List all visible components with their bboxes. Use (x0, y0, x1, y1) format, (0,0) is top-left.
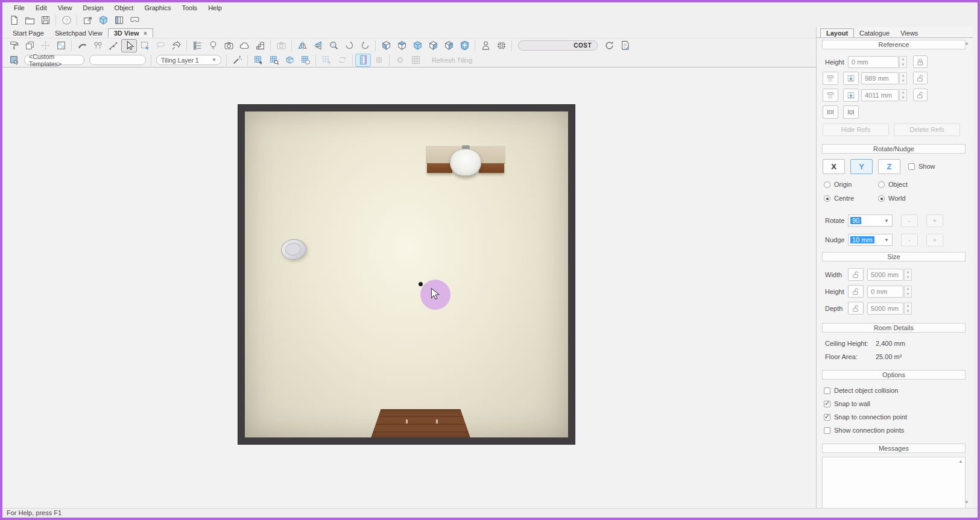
reference-plane-2-button[interactable] (823, 89, 838, 102)
checkbox[interactable] (824, 427, 830, 434)
reference-plane-1-button[interactable] (823, 72, 838, 85)
size-height-field[interactable]: 0 mm (867, 286, 903, 298)
object-list-icon[interactable] (189, 39, 205, 52)
custom-templates-select[interactable]: <Custom Templates> (24, 55, 84, 65)
messages-scroll-up-icon[interactable]: ▲ (958, 459, 963, 464)
tab-views[interactable]: Views (895, 29, 923, 37)
flip-horizontal-icon[interactable] (294, 39, 310, 52)
reference-2-field[interactable]: 4011 mm (861, 89, 899, 101)
depth-spinner[interactable]: ▲▼ (904, 302, 912, 315)
tab-start-page[interactable]: Start Page (7, 29, 49, 37)
view-cube-iso-icon[interactable] (409, 39, 425, 52)
view-cube-back-icon[interactable] (425, 39, 441, 52)
delete-refs-button[interactable]: Delete Refs (894, 124, 960, 136)
wall-hung-basin[interactable] (450, 149, 481, 176)
world-radio-circle[interactable] (878, 195, 885, 202)
size-height-spinner[interactable]: ▲▼ (904, 286, 912, 298)
pin-icon[interactable] (168, 39, 184, 52)
view-cube-top-icon[interactable] (394, 39, 409, 52)
tile-inspect-icon[interactable] (266, 54, 282, 67)
connection-points-icon[interactable] (90, 39, 106, 52)
close-icon[interactable]: × (144, 30, 147, 37)
reference-1-spinner[interactable]: ▲▼ (899, 72, 907, 84)
centre-radio-circle[interactable] (824, 195, 830, 202)
texture-icon[interactable] (53, 39, 69, 52)
tab-sketchpad-view[interactable]: Sketchpad View (49, 29, 108, 37)
width-field[interactable]: 5000 mm (867, 269, 903, 281)
vanity-cabinet-left[interactable] (427, 163, 452, 173)
option-detect-object-collision[interactable]: Detect object collision (824, 387, 907, 395)
reference-drop-1-button[interactable] (843, 72, 859, 85)
room-plan-view[interactable] (238, 105, 575, 444)
nudge-combo[interactable]: 10 mm ▼ (848, 234, 893, 246)
3d-viewport[interactable] (2, 67, 816, 508)
rotate-cw-icon[interactable] (341, 39, 357, 52)
reference-height-field[interactable]: 0 mm (848, 56, 899, 68)
view-cube-all-icon[interactable] (457, 39, 472, 52)
nudge-plus-button[interactable]: + (926, 234, 943, 246)
option-snap-to-connection-point[interactable]: Snap to connection point (824, 413, 907, 422)
auto-tile-wand-icon[interactable] (229, 54, 245, 67)
menu-help[interactable]: Help (203, 4, 227, 11)
checkbox[interactable] (824, 414, 830, 421)
roof-icon[interactable] (74, 39, 90, 52)
tile-area-icon[interactable] (297, 54, 313, 67)
rotate-ccw-icon[interactable] (357, 39, 373, 52)
nudge-minus-button[interactable]: - (901, 234, 918, 246)
depth-lock-button[interactable] (848, 302, 864, 315)
rotate-plus-button[interactable]: + (926, 215, 943, 227)
option-show-connection-points[interactable]: Show connection points (824, 427, 907, 435)
show-checkbox[interactable]: Show (908, 163, 935, 170)
path-icon[interactable] (106, 39, 121, 52)
save-icon[interactable] (37, 14, 53, 27)
refresh-cost-icon[interactable] (601, 39, 617, 52)
world-radio[interactable]: World (878, 195, 906, 202)
messages-section-header[interactable]: Messages (822, 443, 966, 453)
size-height-lock-button[interactable] (848, 285, 864, 298)
view-cube-front-icon[interactable] (378, 39, 394, 52)
light-icon[interactable] (205, 39, 221, 52)
height-spinner[interactable]: ▲▼ (899, 56, 907, 68)
tiling-panel-icon[interactable] (355, 54, 371, 67)
width-spinner[interactable]: ▲▼ (904, 269, 912, 281)
reference-2-spinner[interactable]: ▲▼ (899, 89, 907, 101)
hide-refs-button[interactable]: Hide Refs (823, 124, 889, 136)
view-cube-right-icon[interactable] (441, 39, 457, 52)
origin-radio-circle[interactable] (824, 181, 830, 188)
tile-region-select-icon[interactable] (6, 54, 22, 67)
tab-catalogue[interactable]: Catalogue (854, 29, 895, 37)
axis-y-button[interactable]: Y (850, 159, 873, 174)
tile-room-icon[interactable] (282, 54, 297, 67)
menu-graphics[interactable]: Graphics (139, 4, 176, 11)
reference-1-lock-button[interactable] (913, 72, 928, 84)
menu-object[interactable]: Object (109, 4, 139, 11)
camera-icon[interactable] (221, 39, 236, 52)
menu-view[interactable]: View (52, 4, 78, 11)
plan-blocks-icon[interactable] (252, 39, 268, 52)
help-icon[interactable]: ? (58, 14, 74, 27)
rotate-nudge-section-header[interactable]: Rotate/Nudge (822, 144, 966, 154)
elevation-view-icon[interactable] (111, 14, 127, 27)
zoom-region-icon[interactable] (326, 39, 341, 52)
web-icon[interactable] (493, 39, 509, 52)
reference-section-header[interactable]: Reference (822, 40, 966, 49)
duplicate-icon[interactable] (22, 39, 37, 52)
toilet[interactable] (280, 238, 307, 261)
open-file-icon[interactable] (22, 14, 37, 27)
marquee-select-icon[interactable] (137, 39, 153, 52)
size-section-header[interactable]: Size (822, 252, 966, 262)
vanity-cabinet-right[interactable] (479, 163, 504, 173)
object-radio-circle[interactable] (878, 181, 885, 188)
checkbox[interactable] (824, 401, 830, 407)
reference-extents-button[interactable] (823, 105, 838, 119)
select-cursor-icon[interactable] (121, 39, 137, 52)
menu-file[interactable]: File (8, 4, 30, 11)
width-lock-button[interactable] (848, 268, 864, 281)
show-checkbox-box[interactable] (908, 163, 915, 170)
cloud-icon[interactable] (236, 39, 252, 52)
export-view-icon[interactable] (80, 14, 95, 27)
user-icon[interactable] (478, 39, 493, 52)
rotate-combo[interactable]: 90 ▼ (848, 215, 893, 227)
reference-drop-2-button[interactable] (843, 89, 859, 102)
rotate-minus-button[interactable]: - (901, 215, 918, 227)
